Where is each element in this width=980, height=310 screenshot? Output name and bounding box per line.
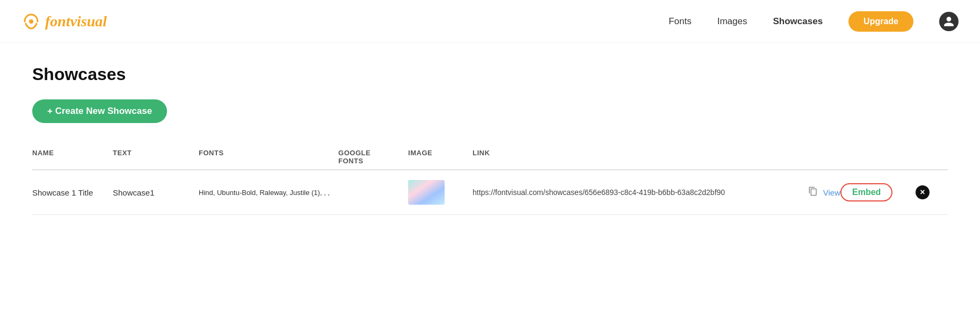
col-google-fonts: GOOGLEFONTS (338, 149, 408, 165)
cell-text: Showcase1 (113, 188, 199, 197)
gradient-image (408, 180, 445, 205)
user-icon (943, 16, 955, 27)
cell-delete: × (916, 185, 948, 199)
upgrade-button[interactable]: Upgrade (848, 11, 913, 32)
logo-icon (21, 12, 41, 31)
cell-embed: Embed (840, 183, 916, 201)
cell-fonts: Hind, Ubuntu-Bold, Raleway, Justile (1),… (199, 189, 338, 197)
user-avatar[interactable] (939, 12, 959, 31)
cell-link: https://fontvisual.com/showcases/656e689… (473, 186, 840, 198)
copy-link-icon[interactable] (808, 186, 818, 198)
col-name: NAME (32, 149, 113, 165)
showcases-table: NAME TEXT FONTS GOOGLEFONTS IMAGE LINK S… (32, 145, 948, 215)
table-row: Showcase 1 Title Showcase1 Hind, Ubuntu-… (32, 170, 948, 215)
col-link: LINK (473, 149, 840, 165)
svg-rect-1 (408, 180, 445, 205)
logo-text: fontvisual (45, 13, 107, 30)
main-content: Showcases + Create New Showcase NAME TEX… (0, 43, 980, 236)
table-header: NAME TEXT FONTS GOOGLEFONTS IMAGE LINK (32, 145, 948, 170)
delete-button[interactable]: × (916, 185, 930, 199)
header: fontvisual Fonts Images Showcases Upgrad… (0, 0, 980, 43)
nav: Fonts Images Showcases Upgrade (669, 11, 959, 32)
nav-fonts[interactable]: Fonts (669, 16, 692, 27)
col-fonts: FONTS (199, 149, 338, 165)
cell-name: Showcase 1 Title (32, 188, 113, 197)
col-delete (916, 149, 948, 165)
embed-button[interactable]: Embed (840, 183, 892, 201)
link-text: https://fontvisual.com/showcases/656e689… (473, 188, 803, 197)
create-new-showcase-button[interactable]: + Create New Showcase (32, 99, 167, 123)
embed-button-label: Embed (852, 188, 881, 197)
view-link[interactable]: View (823, 188, 840, 197)
page-title: Showcases (32, 64, 948, 84)
svg-point-0 (29, 19, 33, 24)
showcase-image-preview (408, 180, 445, 205)
col-image: IMAGE (408, 149, 473, 165)
nav-showcases[interactable]: Showcases (773, 16, 823, 27)
cell-image (408, 180, 473, 205)
col-text: TEXT (113, 149, 199, 165)
nav-images[interactable]: Images (717, 16, 747, 27)
col-embed (840, 149, 916, 165)
delete-icon-symbol: × (920, 188, 925, 197)
logo[interactable]: fontvisual (21, 12, 107, 31)
